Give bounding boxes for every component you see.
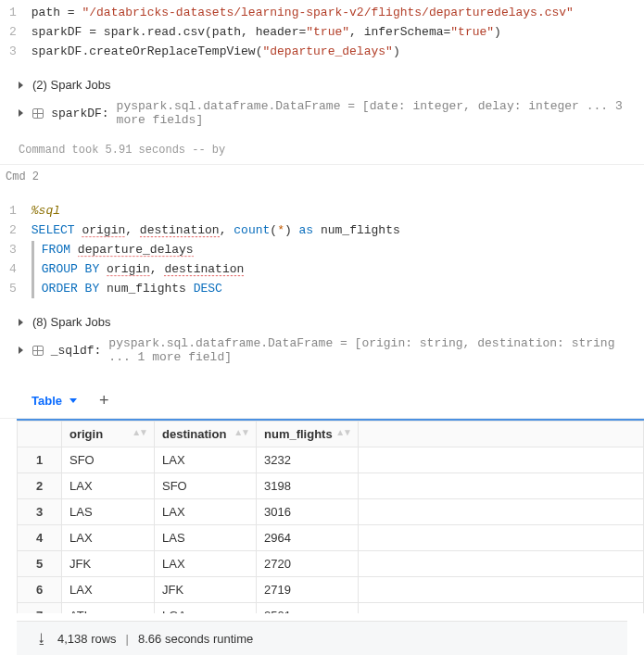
download-icon[interactable]: ⭳ [35, 631, 48, 646]
cell-destination: JFK [155, 577, 257, 603]
code-content[interactable]: path = "/databricks-datasets/learning-sp… [32, 4, 574, 61]
cell-numflights: 3198 [257, 473, 359, 499]
result-table: origin▲▼ destination▲▼ num_flights▲▼ 1SF… [17, 421, 644, 613]
code-content[interactable]: %sql SELECT origin, destination, count(*… [32, 202, 400, 298]
code-cell-1[interactable]: 1 2 3 path = "/databricks-datasets/learn… [0, 0, 644, 69]
caret-right-icon [19, 109, 23, 117]
spark-jobs-label: (2) Spark Jobs [32, 78, 111, 92]
result-footer: ⭳ 4,138 rows | 8.66 seconds runtime [17, 621, 627, 655]
runtime-text: 8.66 seconds runtime [138, 632, 253, 646]
row-count-text: 4,138 rows [57, 632, 117, 646]
row-number: 4 [18, 525, 62, 551]
table-row[interactable]: 1SFOLAX3232 [18, 447, 644, 473]
row-number: 3 [18, 499, 62, 525]
sort-icon: ▲▼ [132, 427, 146, 437]
dataframe-icon [32, 346, 44, 356]
row-number: 7 [18, 603, 62, 614]
df-var-name: sparkDF: [51, 107, 108, 120]
cell-empty [359, 499, 644, 525]
cell-origin: JFK [62, 551, 155, 577]
cell-destination: SFO [155, 473, 257, 499]
table-row[interactable]: 4LAXLAS2964 [18, 525, 644, 551]
command-timing: Command took 5.91 seconds -- by [0, 140, 644, 164]
row-number-header [18, 422, 62, 447]
cell-destination: LAX [155, 551, 257, 577]
col-header-destination[interactable]: destination▲▼ [155, 422, 257, 447]
cell-numflights: 3016 [257, 499, 359, 525]
spark-jobs-label: (8) Spark Jobs [32, 315, 111, 329]
command-index-label: Cmd 2 [0, 164, 644, 189]
cell-empty [359, 525, 644, 551]
cell-origin: ATL [62, 603, 155, 614]
cell-empty [359, 577, 644, 603]
table-row[interactable]: 7ATLLGA2501 [18, 603, 644, 614]
cell-numflights: 2964 [257, 525, 359, 551]
cell-origin: LAS [62, 499, 155, 525]
row-number: 5 [18, 551, 62, 577]
cell-destination: LAS [155, 525, 257, 551]
result-tabs: Table + [0, 383, 644, 419]
result-table-container[interactable]: origin▲▼ destination▲▼ num_flights▲▼ 1SF… [17, 419, 644, 613]
table-row[interactable]: 5JFKLAX2720 [18, 551, 644, 577]
sort-icon: ▲▼ [335, 427, 350, 437]
cell-empty [359, 551, 644, 577]
col-header-origin[interactable]: origin▲▼ [62, 422, 155, 447]
cell-empty [359, 473, 644, 499]
spark-jobs-toggle[interactable]: (8) Spark Jobs [19, 311, 625, 333]
cell-empty [359, 603, 644, 614]
caret-right-icon [19, 82, 23, 89]
col-header-empty [359, 422, 644, 447]
df-var-name: _sqldf: [51, 344, 102, 358]
df-type-desc: pyspark.sql.dataframe.DataFrame = [date:… [117, 99, 625, 127]
code-cell-2[interactable]: 1 2 3 4 5 %sql SELECT origin, destinatio… [0, 198, 644, 306]
cell-destination: LAX [155, 499, 257, 525]
cell-numflights: 2720 [257, 551, 359, 577]
df-type-desc: pyspark.sql.dataframe.DataFrame = [origi… [108, 336, 625, 364]
table-row[interactable]: 6LAXJFK2719 [18, 577, 644, 603]
add-tab-button[interactable]: + [99, 392, 109, 409]
dataframe-schema-toggle[interactable]: _sqldf: pyspark.sql.dataframe.DataFrame … [19, 333, 625, 368]
cell-destination: LAX [155, 447, 257, 473]
spark-jobs-toggle[interactable]: (2) Spark Jobs [19, 74, 625, 95]
cell-empty [359, 447, 644, 473]
dataframe-icon [32, 108, 44, 119]
row-number: 2 [18, 473, 62, 499]
cell-origin: LAX [62, 473, 155, 499]
cell1-output-meta: (2) Spark Jobs sparkDF: pyspark.sql.data… [0, 69, 644, 140]
line-gutter: 1 2 3 4 5 [0, 202, 32, 298]
cell-destination: LGA [155, 603, 257, 614]
caret-right-icon [19, 319, 23, 326]
cell-origin: SFO [62, 447, 155, 473]
line-gutter: 1 2 3 [0, 4, 32, 61]
chevron-down-icon [69, 398, 77, 403]
row-number: 6 [18, 577, 62, 603]
table-row[interactable]: 2LAXSFO3198 [18, 473, 644, 499]
cell-origin: LAX [62, 525, 155, 551]
tab-table[interactable]: Table [32, 394, 77, 408]
table-row[interactable]: 3LASLAX3016 [18, 499, 644, 525]
cell2-output-meta: (8) Spark Jobs _sqldf: pyspark.sql.dataf… [0, 306, 644, 377]
col-header-numflights[interactable]: num_flights▲▼ [257, 422, 359, 447]
caret-right-icon [19, 346, 23, 354]
cell-numflights: 3232 [257, 447, 359, 473]
row-number: 1 [18, 447, 62, 473]
cell-numflights: 2501 [257, 603, 359, 614]
cell-numflights: 2719 [257, 577, 359, 603]
tab-table-label: Table [32, 394, 62, 408]
sort-icon: ▲▼ [234, 427, 248, 437]
cell-origin: LAX [62, 577, 155, 603]
dataframe-schema-toggle[interactable]: sparkDF: pyspark.sql.dataframe.DataFrame… [19, 95, 625, 131]
separator: | [126, 632, 129, 646]
